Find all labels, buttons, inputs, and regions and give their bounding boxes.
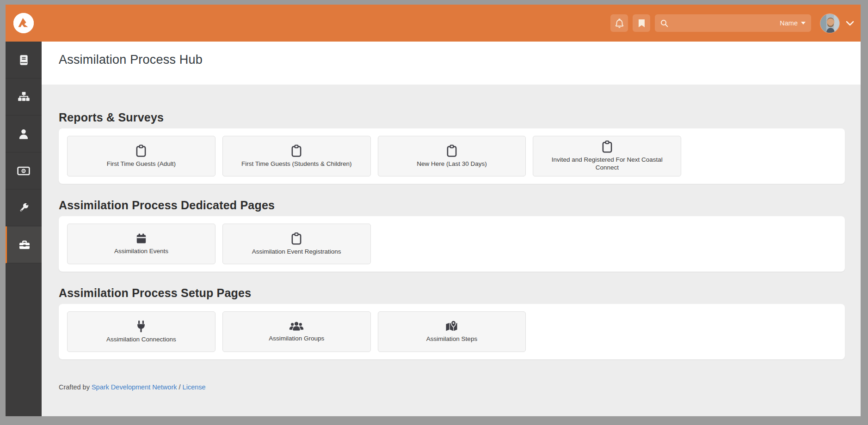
app-window: Name [6,5,861,416]
clipboard-icon [602,140,613,153]
section-heading-dedicated-pages: Assimilation Process Dedicated Pages [59,199,845,212]
body-row: Assimilation Process Hub Reports & Surve… [6,42,861,416]
sitemap-icon [18,91,30,103]
chevron-down-icon [846,21,854,26]
card-assimilation-groups[interactable]: Assimilation Groups [222,311,371,352]
plug-icon [135,320,147,333]
sidebar-item-book[interactable] [6,42,42,79]
card-grid: Assimilation Events Assimilation Event R… [67,224,837,264]
bookmarks-button[interactable] [633,14,650,32]
panel-reports: First Time Guests (Adult) First Time Gue… [59,128,845,184]
spark-development-network-link[interactable]: Spark Development Network [92,383,177,391]
card-label: Invited and Registered For Next Coastal … [540,156,674,172]
license-link[interactable]: License [183,383,206,391]
map-location-icon [445,320,458,332]
sidebar-item-sitemap[interactable] [6,79,42,115]
card-invited-registered[interactable]: Invited and Registered For Next Coastal … [533,136,681,176]
sidebar-item-installed-plugins[interactable] [6,226,42,263]
footer-separator: / [179,383,181,391]
bell-icon [615,18,624,29]
smart-search: Name [655,14,811,32]
search-icon [660,19,668,27]
rock-logo-icon [13,13,34,33]
calendar-icon [135,233,147,244]
avatar-photo [820,14,840,33]
card-label: Assimilation Groups [269,335,324,343]
footer-crafted-by: Crafted by [59,383,90,391]
footer: Crafted by Spark Development Network / L… [59,383,845,391]
panel-dedicated-pages: Assimilation Events Assimilation Event R… [59,216,845,272]
panel-setup-pages: Assimilation Connections Ass [59,304,845,359]
card-label: First Time Guests (Students & Children) [241,160,352,168]
notifications-button[interactable] [610,14,628,32]
sidebar-item-finance[interactable] [6,152,42,189]
card-assimilation-events[interactable]: Assimilation Events [67,224,215,264]
wrench-icon [18,202,30,213]
clipboard-icon [135,145,147,157]
card-label: Assimilation Steps [426,335,477,343]
card-assimilation-event-registrations[interactable]: Assimilation Event Registrations [222,224,371,264]
card-label: Assimilation Connections [106,336,176,344]
search-input[interactable] [672,19,780,27]
users-icon [289,321,304,332]
search-filter-label: Name [780,19,798,27]
rock-logo[interactable] [13,13,34,33]
search-filter-dropdown[interactable]: Name [780,19,806,27]
section-heading-reports: Reports & Surveys [59,111,845,124]
card-assimilation-connections[interactable]: Assimilation Connections [67,311,215,352]
card-label: First Time Guests (Adult) [107,160,176,168]
card-label: New Here (Last 30 Days) [417,160,487,168]
profile-menu-button[interactable] [846,21,854,26]
card-label: Assimilation Event Registrations [252,248,341,256]
main-area: Assimilation Process Hub Reports & Surve… [42,42,861,416]
person-icon [18,128,29,140]
clipboard-icon [446,145,457,157]
money-bill-icon [17,166,30,176]
sidebar-item-admin-tools[interactable] [6,189,42,226]
clipboard-icon [291,232,302,245]
section-heading-setup-pages: Assimilation Process Setup Pages [59,286,845,300]
card-assimilation-steps[interactable]: Assimilation Steps [378,311,526,352]
avatar[interactable] [820,13,840,33]
toolbox-icon [18,239,31,250]
sidebar-nav [6,42,42,416]
bookmark-icon [638,19,645,28]
caret-down-icon [801,22,806,24]
page-content: Reports & Surveys First Time Guests (Adu… [42,85,861,416]
clipboard-icon [291,145,302,157]
top-bar: Name [6,5,861,42]
card-first-time-guests-students[interactable]: First Time Guests (Students & Children) [222,136,371,176]
card-grid: Assimilation Connections Ass [67,311,837,352]
card-first-time-guests-adult[interactable]: First Time Guests (Adult) [67,136,215,176]
sidebar-item-people[interactable] [6,115,42,152]
page-header: Assimilation Process Hub [42,42,861,85]
book-icon [18,55,29,66]
page-title: Assimilation Process Hub [59,53,203,67]
card-new-here[interactable]: New Here (Last 30 Days) [378,136,526,176]
card-grid: First Time Guests (Adult) First Time Gue… [67,136,837,176]
card-label: Assimilation Events [114,248,168,255]
